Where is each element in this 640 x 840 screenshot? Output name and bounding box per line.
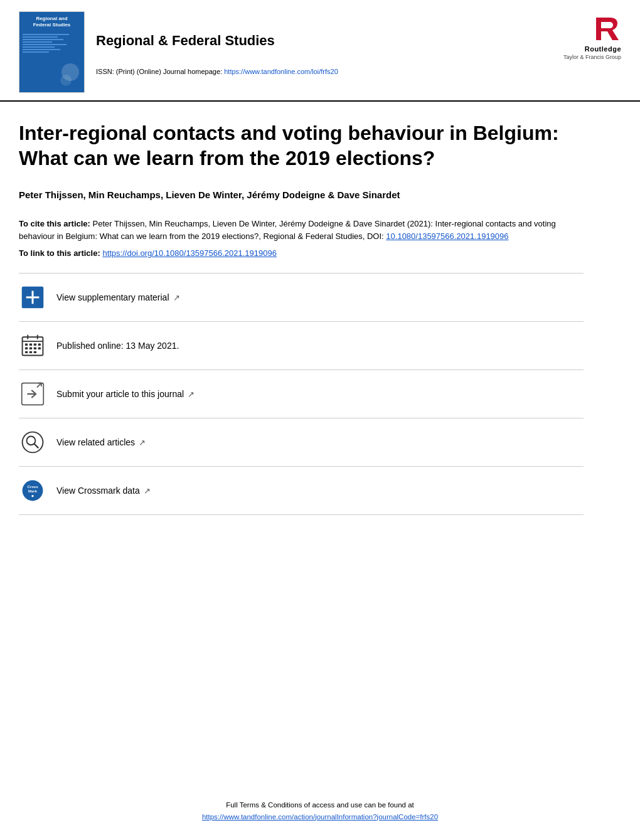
- svg-text:Cross: Cross: [27, 485, 38, 489]
- action-submit: Submit your article to this journal ↗: [19, 369, 584, 418]
- ext-link-icon-crossmark: ↗: [144, 486, 151, 496]
- cite-label: To cite this article:: [19, 219, 90, 228]
- routledge-logo: Routledge Taylor & Francis Group: [563, 11, 621, 60]
- svg-text:Mark: Mark: [28, 489, 38, 493]
- svg-line-22: [35, 444, 38, 448]
- cover-decoration: [23, 34, 81, 54]
- link-label: To link to this article:: [19, 248, 100, 258]
- svg-point-20: [23, 432, 43, 453]
- svg-rect-11: [25, 348, 28, 349]
- svg-rect-10: [38, 344, 41, 346]
- page-header: Regional andFederal Studies Regional & F…: [0, 0, 640, 102]
- related-icon: [19, 428, 46, 456]
- svg-rect-8: [29, 344, 32, 346]
- journal-homepage-link[interactable]: https://www.tandfonline.com/loi/frfs20: [224, 68, 338, 75]
- ext-link-icon-related: ↗: [139, 438, 146, 447]
- ext-link-icon-submit: ↗: [188, 390, 195, 399]
- svg-line-19: [37, 383, 41, 388]
- routledge-name: Routledge: [585, 45, 621, 53]
- svg-rect-9: [34, 344, 36, 346]
- supplementary-text[interactable]: View supplementary material ↗: [56, 292, 180, 302]
- svg-rect-17: [34, 351, 36, 353]
- related-text[interactable]: View related articles ↗: [56, 437, 146, 447]
- crossmark-badge-icon: Cross Mark: [21, 479, 45, 502]
- header-left: Regional andFederal Studies Regional & F…: [19, 11, 338, 93]
- article-title: Inter-regional contacts and voting behav…: [19, 120, 584, 171]
- journal-cover: Regional andFederal Studies: [19, 11, 85, 93]
- citation-block: To cite this article: Peter Thijssen, Mi…: [19, 218, 584, 244]
- actions-list: View supplementary material ↗: [19, 273, 584, 515]
- submit-icon: [19, 380, 46, 408]
- svg-rect-12: [29, 348, 32, 349]
- article-url-link[interactable]: https://doi.org/10.1080/13597566.2021.19…: [102, 248, 277, 258]
- routledge-sub: Taylor & Francis Group: [563, 54, 621, 60]
- footer-url[interactable]: https://www.tandfonline.com/action/journ…: [202, 813, 438, 821]
- link-block: To link to this article: https://doi.org…: [19, 248, 584, 258]
- svg-rect-14: [38, 348, 41, 349]
- calendar-icon: [21, 334, 45, 358]
- page-footer: Full Terms & Conditions of access and us…: [0, 799, 640, 822]
- cite-doi-link[interactable]: 10.1080/13597566.2021.1919096: [386, 231, 508, 241]
- submit-text[interactable]: Submit your article to this journal ↗: [56, 389, 195, 399]
- journal-title-area: Regional & Federal Studies ISSN: (Print)…: [96, 29, 338, 75]
- crossmark-text[interactable]: View Crossmark data ↗: [56, 486, 151, 496]
- plus-box-icon: [21, 285, 45, 309]
- journal-name: Regional & Federal Studies: [96, 33, 338, 49]
- main-content: Inter-regional contacts and voting behav…: [0, 102, 602, 534]
- cover-title: Regional andFederal Studies: [23, 16, 81, 29]
- ext-link-icon-supplementary: ↗: [173, 293, 180, 302]
- action-related: View related articles ↗: [19, 418, 584, 466]
- article-authors: Peter Thijssen, Min Reuchamps, Lieven De…: [19, 188, 584, 203]
- supplementary-icon: [19, 284, 46, 311]
- published-text: Published online: 13 May 2021.: [56, 341, 179, 351]
- search-circle-icon: [21, 430, 45, 454]
- action-supplementary: View supplementary material ↗: [19, 273, 584, 321]
- svg-rect-15: [25, 351, 28, 353]
- footer-line1: Full Terms & Conditions of access and us…: [0, 799, 640, 811]
- svg-rect-16: [29, 351, 32, 353]
- published-icon: [19, 332, 46, 359]
- action-published: Published online: 13 May 2021.: [19, 321, 584, 369]
- cover-circle-small: [60, 75, 72, 86]
- svg-rect-7: [25, 344, 28, 346]
- svg-rect-13: [34, 348, 36, 349]
- action-crossmark: Cross Mark View Crossmark data ↗: [19, 466, 584, 515]
- crossmark-icon: Cross Mark: [19, 477, 46, 504]
- journal-issn: ISSN: (Print) (Online) Journal homepage:…: [96, 68, 338, 75]
- submit-arrow-icon: [21, 382, 45, 406]
- routledge-r-icon: [591, 14, 621, 44]
- svg-point-26: [31, 495, 33, 497]
